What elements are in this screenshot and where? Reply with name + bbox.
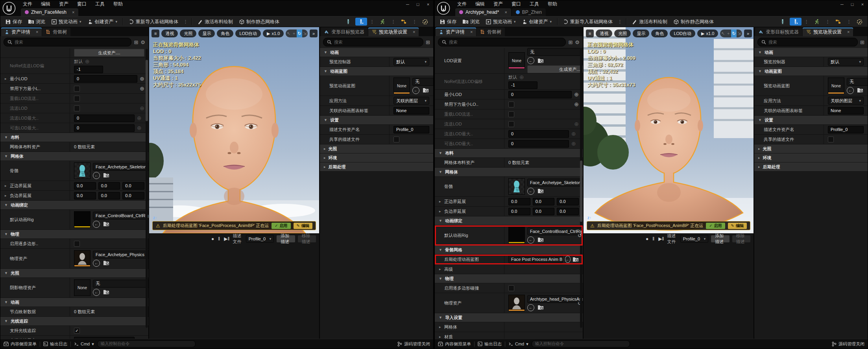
add-element-icon[interactable]: ⊕	[574, 121, 579, 127]
tab-close-icon[interactable]: ×	[847, 30, 850, 34]
more-options-icon[interactable]: ⋮	[368, 19, 375, 24]
asset-dropdown[interactable]: Face_Archetype_Skeleton▾	[93, 163, 148, 171]
more-options-icon[interactable]: ⋮	[845, 19, 852, 24]
add-profile-button[interactable]: 添加描述	[711, 235, 729, 242]
close-button[interactable]: ×	[857, 1, 868, 8]
value-input[interactable]: 0.0	[74, 192, 96, 199]
view-options-icon[interactable]: ⊞	[860, 39, 864, 45]
details-section-光照[interactable]: ▼光照	[0, 269, 148, 278]
toolbar-button-制作静态网格体[interactable]: 制作静态网格体	[671, 18, 717, 26]
content-drawer-button[interactable]: 内容侧滑菜单	[4, 341, 37, 347]
panel-tab-变形目标预览器[interactable]: 变形目标预览器	[755, 28, 802, 36]
value-input[interactable]: 0.0	[557, 208, 579, 215]
generate-asset-button[interactable]: 生成资产.....	[527, 65, 583, 73]
view-options-icon[interactable]: ⊞	[568, 39, 573, 45]
cmd-dropdown[interactable]: Cmd▾	[74, 342, 94, 347]
add-element-icon[interactable]: ⊕	[85, 59, 90, 64]
scrollbar-thumb[interactable]	[146, 60, 148, 121]
tab-close-icon[interactable]: ×	[413, 30, 415, 34]
add-element-icon[interactable]: ⊕	[519, 74, 524, 80]
details-scrollbar[interactable]	[580, 49, 582, 328]
more-options-icon[interactable]: ⋮	[411, 19, 418, 24]
details-section-动画蓝图[interactable]: ▼动画蓝图	[320, 67, 433, 76]
window-titlebar[interactable]: 文件编辑资产窗口工具帮助─□×	[435, 0, 868, 8]
checkbox[interactable]	[74, 96, 80, 102]
viewport-pill-显示[interactable]: 显示	[198, 30, 215, 37]
menu-窗口[interactable]: 窗口	[74, 0, 90, 8]
output-log-button[interactable]: 输出日志	[43, 341, 67, 347]
viewport-pill-透视[interactable]: 透视	[596, 30, 612, 37]
value-dropdown[interactable]: 默认▾	[393, 58, 429, 66]
value-input[interactable]: 0	[508, 91, 572, 98]
value-input[interactable]: 0	[508, 140, 569, 148]
value-dropdown[interactable]: Face Post Process Anim BP▾	[508, 255, 563, 263]
use-selected-asset-icon[interactable]: ←	[527, 236, 534, 244]
select-tool-icon[interactable]: ↖	[286, 30, 291, 37]
details-section-导入设置[interactable]: ▼导入设置	[435, 313, 583, 322]
value-input[interactable]: 0.0	[533, 208, 555, 215]
asset-dropdown[interactable]: Archtype_head_PhysicsAsset▾	[527, 295, 583, 303]
menu-帮助[interactable]: 帮助	[544, 0, 561, 8]
checkbox[interactable]	[508, 102, 514, 107]
enable-button[interactable]: ✓启用	[271, 223, 290, 229]
details-section-环境[interactable]: ▸环境	[320, 153, 433, 162]
search-input[interactable]: 搜索	[438, 38, 566, 46]
use-selected-asset-icon[interactable]: ←	[527, 188, 534, 195]
step-forward-button[interactable]: ▶‖	[224, 236, 229, 242]
viewport-menu-icon[interactable]: ≡	[586, 30, 594, 37]
search-input[interactable]: 搜索	[323, 38, 423, 46]
value-input[interactable]: 0.0	[122, 182, 144, 190]
close-button[interactable]: ×	[423, 1, 433, 8]
asset-thumbnail[interactable]: None	[828, 78, 844, 94]
asset-thumbnail[interactable]	[508, 227, 525, 244]
panel-tab-资产详情[interactable]: 资产详情×	[1, 28, 42, 36]
details-section-动画绑定[interactable]: ▼动画绑定	[435, 216, 583, 225]
checkbox[interactable]	[828, 137, 834, 142]
pause-button[interactable]: ‖	[652, 236, 654, 242]
value-input[interactable]: -1	[508, 81, 537, 89]
value-input[interactable]: 0.0	[122, 192, 144, 199]
viewport-pill-LOD自动[interactable]: LOD自动	[670, 30, 695, 37]
record-button[interactable]: ●	[211, 236, 214, 242]
asset-dropdown[interactable]: Face_Archetype_Physics▾	[93, 251, 148, 259]
use-selected-asset-icon[interactable]: ←	[93, 260, 100, 267]
minimize-button[interactable]: ─	[837, 1, 847, 8]
details-section-动画绑定[interactable]: ▼动画绑定	[0, 201, 148, 210]
asset-tab-BP_Zhen[interactable]: BP_Zhen	[512, 8, 546, 16]
value-input[interactable]: 0.0	[508, 208, 530, 215]
viewport-menu-icon[interactable]: ≡	[151, 30, 159, 37]
value-input[interactable]: 0.0	[74, 182, 96, 190]
details-section-设置[interactable]: ▼设置	[320, 116, 433, 125]
panel-tab-变形目标预览器[interactable]: 变形目标预览器	[321, 28, 368, 36]
character-blueprint-icon[interactable]	[355, 18, 367, 26]
checkbox[interactable]	[508, 285, 514, 291]
add-element-icon[interactable]: ⊕	[140, 105, 144, 111]
scale-tool-icon[interactable]: ⇲	[737, 30, 742, 37]
viewport-pill-角色[interactable]: 角色	[217, 30, 233, 37]
details-section-设置[interactable]: ▼设置	[754, 116, 868, 125]
value-input[interactable]: 0.0	[508, 198, 530, 205]
tab-close-icon[interactable]: ×	[72, 10, 74, 15]
panel-tab-资产详情[interactable]: 资产详情×	[436, 28, 476, 36]
preview-skeleton-icon[interactable]	[777, 18, 789, 26]
use-selected-asset-icon[interactable]: ←	[93, 172, 100, 179]
minimize-button[interactable]: ─	[403, 1, 413, 8]
maximize-button[interactable]: □	[413, 1, 423, 8]
search-input[interactable]: 搜索	[757, 38, 858, 46]
add-element-icon[interactable]: ⊕	[140, 76, 144, 81]
toolbar-button-预览动画[interactable]: 预览动画▾	[49, 18, 84, 26]
checkbox[interactable]	[393, 137, 399, 142]
details-section-动画[interactable]: ▼动画	[0, 298, 148, 307]
edit-button[interactable]: ✎编辑	[728, 223, 747, 229]
toolbar-button-激活布料绘制[interactable]: 激活布料绘制	[195, 18, 236, 26]
toolbar-button-浏览[interactable]: 浏览	[26, 18, 48, 26]
reset-to-default-icon[interactable]: ↺	[578, 233, 583, 238]
asset-dropdown[interactable]: Face_ControlBoard_CtrlRig▾	[93, 212, 148, 220]
details-section-后期处理[interactable]: ▸后期处理	[320, 162, 433, 172]
value-input[interactable]: 0.0	[98, 182, 120, 190]
settings-gear-icon[interactable]: ⚙	[575, 39, 580, 45]
panel-tab-预览场景设置[interactable]: 预览场景设置×	[803, 28, 853, 36]
menu-帮助[interactable]: 帮助	[110, 0, 126, 8]
view-options-icon[interactable]: ⊞	[134, 39, 138, 45]
toolbar-button-浏览[interactable]: 浏览	[460, 18, 482, 26]
